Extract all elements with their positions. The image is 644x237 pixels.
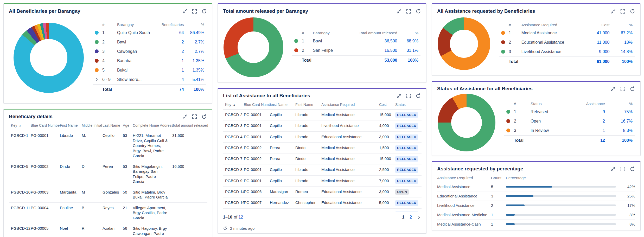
donut-chart-assistance-status[interactable] xyxy=(438,94,495,151)
column-header-last-name[interactable]: Last Name xyxy=(268,100,293,109)
refresh-button[interactable] xyxy=(416,9,421,14)
donut-chart-beneficiaries[interactable] xyxy=(14,23,84,93)
donut-chart-amount-released[interactable] xyxy=(224,17,283,77)
legend-pct-link[interactable]: 67.2% xyxy=(621,31,633,35)
legend-pct-link[interactable]: 18% xyxy=(624,40,633,44)
expand-button[interactable] xyxy=(620,9,626,14)
legend-pct-link[interactable]: 5.41% xyxy=(193,77,204,82)
column-header-card[interactable]: Blue Card Number xyxy=(242,100,268,109)
legend-pct-link[interactable]: 68.9% xyxy=(407,39,418,43)
legend-pct-link[interactable]: 1.35% xyxy=(193,68,204,72)
legend-value-link[interactable]: 41,000 xyxy=(597,31,609,35)
table-row[interactable]: PGBCD-18 PG-00007 Hernandez Christopher … xyxy=(223,208,422,212)
cell-key[interactable]: PGBCD-9 xyxy=(223,175,242,186)
legend-value-link[interactable]: 2 xyxy=(182,49,184,54)
legend-value-link[interactable]: 11,000 xyxy=(597,40,610,44)
table-row[interactable]: PGBCD-5 PG-00002 Dindo D Perea 53 Sitio … xyxy=(9,161,207,187)
expand-button[interactable] xyxy=(620,166,626,172)
page-button-2[interactable]: 2 xyxy=(410,215,412,220)
cell-key[interactable]: PGBCD-12 xyxy=(9,223,29,237)
legend-value-link[interactable]: 2 xyxy=(603,119,605,123)
column-header-cost[interactable]: Cost xyxy=(377,100,393,109)
refresh-icon[interactable] xyxy=(223,226,227,230)
table-row[interactable]: PGBCD-10 PG-00003 Margarita M Gonzales 5… xyxy=(9,187,207,202)
legend-value-link[interactable]: 9,000 xyxy=(599,49,609,54)
column-header-first-name[interactable]: First Name xyxy=(58,121,80,130)
legend-pct-link[interactable]: 2.7% xyxy=(195,49,204,54)
legend-value-link[interactable]: 1 xyxy=(182,68,184,72)
legend-pct-link[interactable]: 2.7% xyxy=(195,40,204,44)
legend-value-link[interactable]: 16,500 xyxy=(385,48,397,53)
expand-button[interactable] xyxy=(192,114,197,119)
cell-key[interactable]: PGBCD-8 xyxy=(223,164,242,175)
cell-key[interactable]: PGBCD-7 xyxy=(223,153,242,164)
refresh-button[interactable] xyxy=(630,86,635,92)
legend-value-link[interactable]: 2 xyxy=(182,40,184,44)
column-header-first-name[interactable]: First Name xyxy=(293,100,319,109)
table-row[interactable]: PGBCD-12 PG-00005 Noel R Axalan 56 Sitio… xyxy=(9,223,207,237)
table-row[interactable]: PGBCD-6 PG-00002 Perea Dindo Medical Ass… xyxy=(223,142,422,153)
next-page-button[interactable] xyxy=(417,215,421,219)
cell-key[interactable]: PGBCD-5 xyxy=(9,161,29,187)
legend-pct-link[interactable]: 14.8% xyxy=(621,49,633,54)
cell-key[interactable]: PGBCD-1 xyxy=(9,130,29,161)
column-header-age[interactable]: Age xyxy=(121,121,131,130)
column-header-amount[interactable]: Total amount released xyxy=(170,121,207,130)
page-button-1[interactable]: 1 xyxy=(402,215,404,220)
table-row[interactable]: PGBCD-8 PG-00001 Cepillo Librado Medical… xyxy=(223,164,422,175)
collapse-button[interactable] xyxy=(182,9,188,14)
table-row[interactable]: PGBCD-7 PG-00002 Perea Dindo Medical Ass… xyxy=(223,153,422,164)
table-row[interactable]: PGBCD-11 PG-00004 Pauline B. Reyes 21 Vi… xyxy=(9,202,207,223)
column-header-key[interactable]: Key▲ xyxy=(9,121,29,130)
table-row[interactable]: PGBCD-1 PG-00001 Librado M. Cepillo 53 H… xyxy=(9,130,207,161)
donut-chart-assistance-requested[interactable] xyxy=(438,17,490,70)
pagination-total-link[interactable]: 12 xyxy=(238,215,243,219)
column-header-assistance[interactable]: Assistance Required xyxy=(319,100,377,109)
legend-pct-link[interactable]: 1.35% xyxy=(193,59,204,63)
collapse-button[interactable] xyxy=(396,9,402,14)
expand-button[interactable] xyxy=(406,93,411,99)
cell-key[interactable]: PGBCD-18 xyxy=(223,208,242,212)
legend-show-more-row[interactable]: 6 - 9 Show more... 4 5.41% xyxy=(93,75,206,85)
table-row[interactable]: PGBCD-16 PG-00007 Hernandez Christopher … xyxy=(223,197,422,208)
cell-key[interactable]: PGBCD-11 xyxy=(9,202,29,223)
show-more-label[interactable]: Show more... xyxy=(115,75,156,85)
chevron-right-icon[interactable] xyxy=(95,78,99,81)
column-header-key[interactable]: Key▲ xyxy=(223,100,242,109)
cell-key[interactable]: PGBCD-3 xyxy=(223,120,242,131)
expand-button[interactable] xyxy=(192,9,197,14)
cell-key[interactable]: PGBCD-16 xyxy=(223,197,242,208)
expand-button[interactable] xyxy=(406,9,411,14)
refresh-button[interactable] xyxy=(201,9,207,14)
legend-pct-link[interactable]: 75% xyxy=(624,110,633,114)
legend-pct-link[interactable]: 86.49% xyxy=(190,30,204,35)
table-row[interactable]: PGBCD-9 PG-00001 Cepillo Librado Medical… xyxy=(223,175,422,186)
legend-pct-link[interactable]: 8.3% xyxy=(623,128,633,133)
collapse-button[interactable] xyxy=(396,93,402,99)
legend-value-link[interactable]: 4 xyxy=(182,77,184,82)
column-header-status[interactable]: Status xyxy=(393,100,422,109)
legend-value-link[interactable]: 36,500 xyxy=(385,39,397,43)
collapse-button[interactable] xyxy=(610,9,616,14)
legend-pct-link[interactable]: 31.1% xyxy=(407,48,418,53)
legend-value-link[interactable]: 9 xyxy=(603,110,605,114)
table-row[interactable]: PGBCD-4 PG-00001 Cepillo Librado Educati… xyxy=(223,131,422,142)
column-header-card[interactable]: Blue Card Number xyxy=(29,121,58,130)
column-header-address[interactable]: Complete Home Address xyxy=(131,121,170,130)
cell-key[interactable]: PGBCD-2 xyxy=(223,109,242,120)
cell-key[interactable]: PGBCD-4 xyxy=(223,131,242,142)
collapse-button[interactable] xyxy=(182,114,188,119)
refresh-button[interactable] xyxy=(630,166,635,172)
legend-value-link[interactable]: 64 xyxy=(179,30,184,35)
expand-button[interactable] xyxy=(620,86,626,92)
column-header-last-name[interactable]: Last Name xyxy=(100,121,121,130)
table-row[interactable]: PGBCD-2 PG-00001 Cepillo Librado Medical… xyxy=(223,109,422,120)
refresh-button[interactable] xyxy=(201,114,207,119)
refresh-button[interactable] xyxy=(416,93,421,99)
table-row[interactable]: PGBCD-3 PG-00001 Cepillo Librado Livelih… xyxy=(223,120,422,131)
cell-key[interactable]: PGBCD-10 xyxy=(9,187,29,202)
table-row[interactable]: PGBCD-14 PG-00006 Marasigan Romeo Educat… xyxy=(223,187,422,197)
legend-value-link[interactable]: 1 xyxy=(182,59,184,63)
cell-key[interactable]: PGBCD-14 xyxy=(223,187,242,197)
column-header-middle-initial[interactable]: Middle Initial xyxy=(80,121,100,130)
